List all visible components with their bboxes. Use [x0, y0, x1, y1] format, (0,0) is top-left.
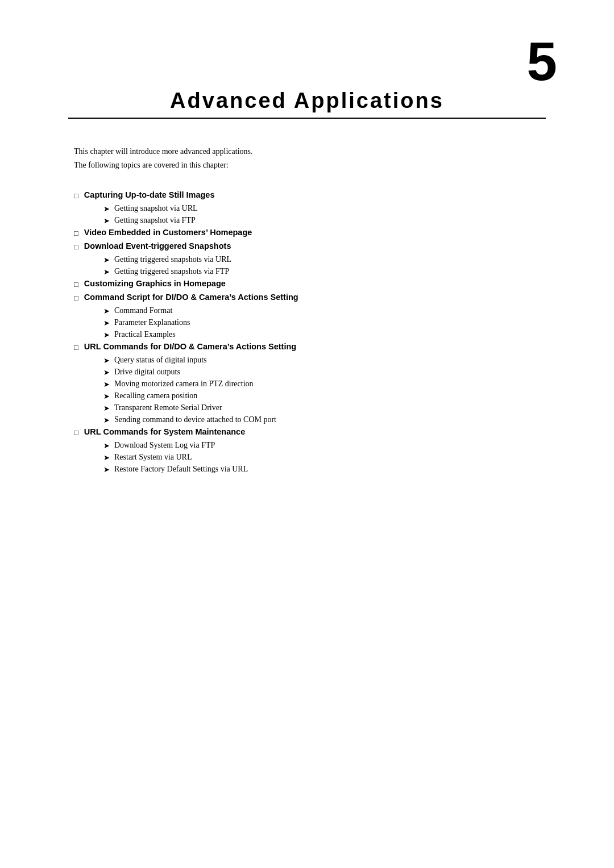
toc-sub-list-command-script: ➤Command Format➤Parameter Explanations➤P… — [103, 306, 546, 340]
arrow-icon: ➤ — [103, 465, 110, 474]
arrow-icon: ➤ — [103, 380, 110, 389]
arrow-icon: ➤ — [103, 216, 110, 226]
toc-sub-label: Command Format — [114, 306, 172, 315]
toc-main-label-video-embedded: Video Embedded in Customers’ Homepage — [84, 228, 252, 237]
toc-section-customizing: □Customizing Graphics in Homepage — [74, 279, 546, 289]
arrow-icon: ➤ — [103, 205, 110, 214]
chapter-title: Advanced Applications — [68, 89, 546, 113]
checkbox-icon-video-embedded: □ — [74, 229, 78, 238]
page: 5 Advanced Applications This chapter wil… — [0, 0, 614, 868]
checkbox-icon-command-script: □ — [74, 294, 78, 303]
arrow-icon: ➤ — [103, 307, 110, 316]
toc-sub-item: ➤Getting snapshot via FTP — [103, 216, 546, 226]
checkbox-icon-capturing: □ — [74, 191, 78, 201]
toc-section-capturing: □Capturing Up-to-date Still Images➤Getti… — [74, 190, 546, 226]
toc-section-download-event: □Download Event-triggered Snapshots➤Gett… — [74, 241, 546, 277]
toc-sub-label: Getting snapshot via URL — [114, 204, 198, 213]
toc-section-url-commands-system: □URL Commands for System Maintenance➤Dow… — [74, 427, 546, 474]
toc-sub-label: Download System Log via FTP — [114, 441, 215, 450]
toc-section-command-script: □Command Script for DI/DO & Camera’s Act… — [74, 293, 546, 340]
toc-sub-label: Getting triggered snapshots via FTP — [114, 267, 229, 276]
intro-line1: This chapter will introduce more advance… — [74, 147, 546, 156]
toc-sub-label: Getting snapshot via FTP — [114, 216, 196, 225]
checkbox-icon-customizing: □ — [74, 280, 78, 289]
toc-sub-item: ➤Recalling camera position — [103, 391, 546, 401]
toc-sub-item: ➤Sending command to device attached to C… — [103, 415, 546, 425]
toc-sub-item: ➤Restore Factory Default Settings via UR… — [103, 465, 546, 474]
toc-sub-item: ➤Getting triggered snapshots via FTP — [103, 267, 546, 277]
arrow-icon: ➤ — [103, 319, 110, 328]
toc-sub-label: Drive digital outputs — [114, 368, 180, 377]
toc-sub-label: Parameter Explanations — [114, 318, 190, 327]
toc-sub-item: ➤Download System Log via FTP — [103, 441, 546, 450]
toc-sub-item: ➤Transparent Remote Serial Driver — [103, 403, 546, 413]
toc-section-video-embedded: □Video Embedded in Customers’ Homepage — [74, 228, 546, 238]
toc-sub-list-url-commands-system: ➤Download System Log via FTP➤Restart Sys… — [103, 441, 546, 474]
toc-sub-label: Practical Examples — [114, 330, 176, 339]
arrow-icon: ➤ — [103, 356, 110, 365]
toc-sub-item: ➤Drive digital outputs — [103, 368, 546, 377]
toc-sub-list-url-commands-dido: ➤Query status of digital inputs➤Drive di… — [103, 356, 546, 425]
toc-sub-label: Transparent Remote Serial Driver — [114, 403, 222, 412]
checkbox-icon-url-commands-system: □ — [74, 428, 78, 437]
intro-line2: The following topics are covered in this… — [74, 161, 546, 170]
toc-sub-item: ➤Getting triggered snapshots via URL — [103, 255, 546, 265]
arrow-icon: ➤ — [103, 392, 110, 401]
checkbox-icon-download-event: □ — [74, 243, 78, 252]
toc-main-label-download-event: Download Event-triggered Snapshots — [84, 241, 231, 251]
arrow-icon: ➤ — [103, 256, 110, 265]
toc-sub-label: Restore Factory Default Settings via URL — [114, 465, 248, 474]
toc-sub-label: Sending command to device attached to CO… — [114, 415, 276, 424]
toc-sub-label: Restart System via URL — [114, 453, 192, 462]
arrow-icon: ➤ — [103, 404, 110, 413]
toc-sub-item: ➤Command Format — [103, 306, 546, 316]
toc-sub-label: Query status of digital inputs — [114, 356, 207, 365]
toc-sub-list-download-event: ➤Getting triggered snapshots via URL➤Get… — [103, 255, 546, 277]
toc-sub-item: ➤Practical Examples — [103, 330, 546, 340]
arrow-icon: ➤ — [103, 416, 110, 425]
toc-sub-label: Recalling camera position — [114, 391, 197, 400]
toc-sub-label: Moving motorized camera in PTZ direction — [114, 379, 254, 389]
checkbox-icon-url-commands-dido: □ — [74, 343, 78, 352]
toc-main-label-command-script: Command Script for DI/DO & Camera’s Acti… — [84, 293, 298, 302]
toc-main-label-customizing: Customizing Graphics in Homepage — [84, 279, 226, 288]
toc-main-label-capturing: Capturing Up-to-date Still Images — [84, 190, 215, 199]
toc-main-label-url-commands-system: URL Commands for System Maintenance — [84, 427, 245, 436]
arrow-icon: ➤ — [103, 368, 110, 377]
toc-section-url-commands-dido: □URL Commands for DI/DO & Camera’s Actio… — [74, 342, 546, 425]
title-divider — [68, 118, 546, 119]
toc-sub-item: ➤Getting snapshot via URL — [103, 204, 546, 214]
chapter-number: 5 — [68, 34, 557, 89]
toc-list: □Capturing Up-to-date Still Images➤Getti… — [74, 190, 546, 474]
toc-sub-item: ➤Query status of digital inputs — [103, 356, 546, 365]
arrow-icon: ➤ — [103, 441, 110, 450]
toc-sub-list-capturing: ➤Getting snapshot via URL➤Getting snapsh… — [103, 204, 546, 226]
toc-sub-label: Getting triggered snapshots via URL — [114, 255, 231, 264]
toc-sub-item: ➤Moving motorized camera in PTZ directio… — [103, 379, 546, 389]
toc-sub-item: ➤Parameter Explanations — [103, 318, 546, 328]
arrow-icon: ➤ — [103, 453, 110, 462]
arrow-icon: ➤ — [103, 268, 110, 277]
arrow-icon: ➤ — [103, 331, 110, 340]
toc-sub-item: ➤Restart System via URL — [103, 453, 546, 462]
toc-main-label-url-commands-dido: URL Commands for DI/DO & Camera’s Action… — [84, 342, 296, 351]
